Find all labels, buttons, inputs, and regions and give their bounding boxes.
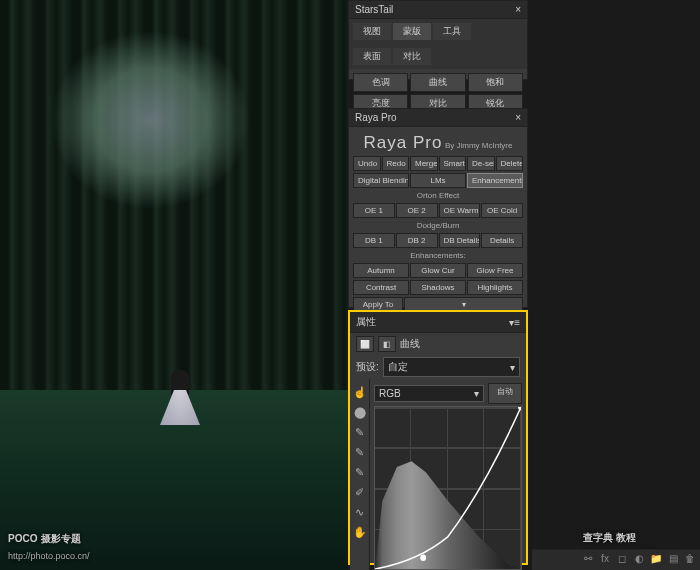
mask-icon: ◧ bbox=[378, 336, 396, 352]
raya-header[interactable]: Raya Pro × bbox=[349, 109, 527, 127]
undo-button[interactable]: Undo bbox=[353, 156, 381, 171]
highlights-button[interactable]: Highlights bbox=[467, 280, 523, 295]
digital-blending-button[interactable]: Digital Blending bbox=[353, 173, 409, 188]
oe2-button[interactable]: OE 2 bbox=[396, 203, 438, 218]
props-type-label: 曲线 bbox=[400, 337, 420, 351]
props-header[interactable]: 属性 ▾≡ bbox=[350, 312, 526, 333]
raya-logo-text: Raya Pro bbox=[364, 133, 443, 152]
preset-dropdown[interactable]: 自定▾ bbox=[383, 357, 520, 377]
sky-light bbox=[50, 30, 250, 210]
wm-brand: POCO bbox=[8, 533, 37, 544]
props-tab: 属性 bbox=[356, 315, 376, 329]
raya-hdr-title: Raya Pro bbox=[355, 112, 397, 123]
orton-label: Orton Effect bbox=[349, 189, 527, 202]
photo-canvas: POCO 摄影专题 http://photo.poco.cn/ bbox=[0, 0, 348, 570]
fx-icon[interactable]: fx bbox=[598, 553, 612, 567]
db-details-button[interactable]: DB Details bbox=[439, 233, 481, 248]
stars-tab[interactable]: 对比 bbox=[393, 48, 431, 65]
stars-tab[interactable]: 蒙版 bbox=[393, 23, 431, 40]
orton-row: OE 1 OE 2 OE Warm OE Cold bbox=[349, 202, 527, 219]
finger-tool-icon[interactable]: ☝ bbox=[353, 385, 367, 399]
enh-row1: Autumn Glow Cur Glow Free bbox=[349, 262, 527, 279]
auto-button[interactable]: 自动 bbox=[488, 383, 522, 404]
stars-btn[interactable]: 色调 bbox=[353, 73, 408, 92]
oe-cold-button[interactable]: OE Cold bbox=[481, 203, 523, 218]
channel-dropdown[interactable]: RGB▾ bbox=[374, 385, 484, 402]
stars-tab[interactable]: 视图 bbox=[353, 23, 391, 40]
stars-tabs-1: 视图 蒙版 工具 bbox=[349, 19, 527, 44]
desel-button[interactable]: De-sel bbox=[467, 156, 495, 171]
enhancements-button[interactable]: Enhancements bbox=[467, 173, 523, 188]
channel-row: RGB▾ 自动 bbox=[374, 383, 522, 404]
wm-title: 摄影专题 bbox=[41, 533, 81, 544]
raya-byline: By Jimmy McIntyre bbox=[445, 141, 513, 150]
preset-row: 预设: 自定▾ bbox=[350, 355, 526, 379]
adj-layer-icon[interactable]: ◐ bbox=[632, 553, 646, 567]
raya-logo: Raya Pro By Jimmy McIntyre bbox=[349, 127, 527, 155]
stars-tab[interactable]: 表面 bbox=[353, 48, 391, 65]
autumn-button[interactable]: Autumn bbox=[353, 263, 409, 278]
trash-icon[interactable]: 🗑 bbox=[683, 553, 697, 567]
curve-graph[interactable] bbox=[374, 406, 522, 570]
eyedrop-gray-icon[interactable]: ✎ bbox=[353, 445, 367, 459]
channel-value: RGB bbox=[379, 388, 401, 399]
curves-icon: ⬜ bbox=[356, 336, 374, 352]
chevron-down-icon: ▾ bbox=[474, 388, 479, 399]
glow-cur-button[interactable]: Glow Cur bbox=[410, 263, 466, 278]
svg-point-1 bbox=[518, 407, 521, 410]
eyedrop-white-icon[interactable]: ✎ bbox=[353, 465, 367, 479]
close-icon[interactable]: × bbox=[515, 4, 521, 15]
layers-footer: ⚯ fx ◻ ◐ 📁 ▤ 🗑 bbox=[532, 549, 700, 570]
details-button[interactable]: Details bbox=[481, 233, 523, 248]
delete-button[interactable]: Delete bbox=[496, 156, 524, 171]
close-icon[interactable]: × bbox=[515, 112, 521, 123]
properties-panel: 属性 ▾≡ ⬜ ◧ 曲线 预设: 自定▾ ☝ ⬤ ✎ ✎ ✎ ✐ ∿ ✋ RGB… bbox=[348, 310, 528, 565]
link-layers-icon[interactable]: ⚯ bbox=[581, 553, 595, 567]
mask-add-icon[interactable]: ◻ bbox=[615, 553, 629, 567]
dodge-row: DB 1 DB 2 DB Details Details bbox=[349, 232, 527, 249]
curve-main: RGB▾ 自动 输入: 输出: bbox=[370, 379, 526, 570]
new-layer-icon[interactable]: ▤ bbox=[666, 553, 680, 567]
curve-tools: ☝ ⬤ ✎ ✎ ✎ ✐ ∿ ✋ bbox=[350, 379, 370, 570]
shadows-button[interactable]: Shadows bbox=[410, 280, 466, 295]
group-icon[interactable]: 📁 bbox=[649, 553, 663, 567]
contrast-button[interactable]: Contrast bbox=[353, 280, 409, 295]
smooth-icon[interactable]: ∿ bbox=[353, 505, 367, 519]
preset-label: 预设: bbox=[356, 360, 379, 374]
hand-icon[interactable]: ✋ bbox=[353, 525, 367, 539]
db2-button[interactable]: DB 2 bbox=[396, 233, 438, 248]
dodge-label: Dodge/Burn bbox=[349, 219, 527, 232]
sampler-icon[interactable]: ⬤ bbox=[353, 405, 367, 419]
person-figure bbox=[160, 370, 200, 440]
merge-button[interactable]: Merge bbox=[410, 156, 438, 171]
starstail-title: StarsTail bbox=[355, 4, 393, 15]
lms-button[interactable]: LMs bbox=[410, 173, 466, 188]
oe-warm-button[interactable]: OE Warm bbox=[439, 203, 481, 218]
menu-icon[interactable]: ▾≡ bbox=[509, 317, 520, 328]
glow-free-button[interactable]: Glow Free bbox=[467, 263, 523, 278]
eyedrop-black-icon[interactable]: ✎ bbox=[353, 425, 367, 439]
raya-row2: Digital Blending LMs Enhancements bbox=[349, 172, 527, 189]
curve-line bbox=[375, 407, 521, 569]
starstail-header[interactable]: StarsTail × bbox=[349, 1, 527, 19]
stars-tabs-2: 表面 对比 bbox=[349, 44, 527, 69]
starstail-panel: StarsTail × 视图 蒙版 工具 表面 对比 色调 曲线 饱和 亮度 对… bbox=[348, 0, 528, 80]
smart-button[interactable]: Smart bbox=[439, 156, 467, 171]
stars-btn[interactable]: 曲线 bbox=[410, 73, 465, 92]
enh-label: Enhancements: bbox=[349, 249, 527, 262]
wm-url: http://photo.poco.cn/ bbox=[8, 551, 90, 561]
oe1-button[interactable]: OE 1 bbox=[353, 203, 395, 218]
pencil-icon[interactable]: ✐ bbox=[353, 485, 367, 499]
stars-tab[interactable]: 工具 bbox=[433, 23, 471, 40]
raya-panel: Raya Pro × Raya Pro By Jimmy McIntyre Un… bbox=[348, 108, 528, 308]
props-body: ☝ ⬤ ✎ ✎ ✎ ✐ ∿ ✋ RGB▾ 自动 bbox=[350, 379, 526, 570]
chevron-down-icon: ▾ bbox=[510, 362, 515, 373]
preset-value: 自定 bbox=[388, 360, 408, 374]
raya-row1: Undo Redo Merge Smart De-sel Delete bbox=[349, 155, 527, 172]
db1-button[interactable]: DB 1 bbox=[353, 233, 395, 248]
stars-btn[interactable]: 饱和 bbox=[468, 73, 523, 92]
watermark-left: POCO 摄影专题 http://photo.poco.cn/ bbox=[8, 529, 90, 562]
redo-button[interactable]: Redo bbox=[382, 156, 410, 171]
enh-row2: Contrast Shadows Highlights bbox=[349, 279, 527, 296]
svg-point-0 bbox=[420, 554, 426, 560]
